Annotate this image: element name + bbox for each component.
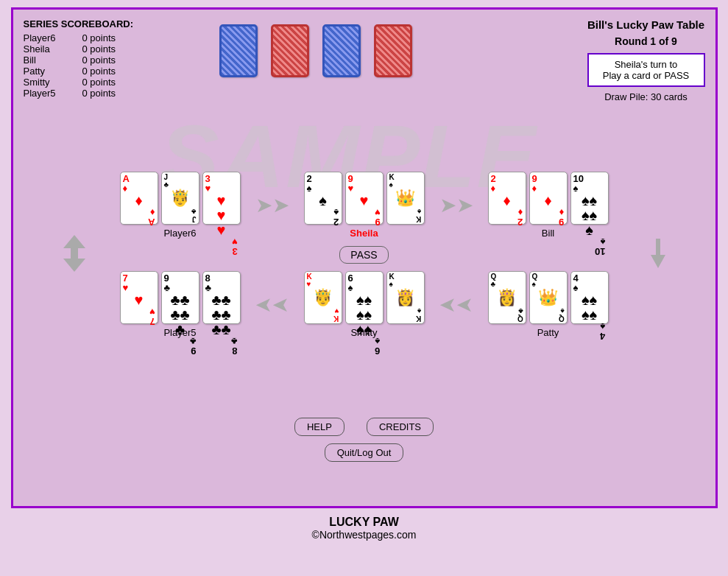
card-avatar-jc: 🤴 (164, 190, 197, 206)
player-group-bill: 2♦ ♦ 2♦ 9♦ ♦ 9♦ 10♠ ♠♠♠♠♠ 10♠ (488, 172, 609, 239)
round-info: Round 1 of 9 (587, 35, 705, 47)
card-center-2s: ♠ (307, 193, 339, 208)
card-player5-3[interactable]: 8♣ ♣♣♣♣♣♣ 8♣ (202, 271, 241, 324)
card-center-6s: ♠♠♠♠♠♠ (348, 292, 381, 337)
card-top-9c: 9♣ (164, 273, 171, 292)
card-top-jc: J♣ (164, 174, 197, 189)
card-player6-2[interactable]: J♣ 🤴 J♣ (161, 172, 199, 225)
card-smitty-3[interactable]: K♠ 👸 K♠ (386, 271, 425, 324)
card-patty-2[interactable]: Q♠ 👑 Q♠ (529, 271, 568, 324)
card-center-8c: ♣♣♣♣♣♣ (205, 292, 238, 337)
arrow-right-2: ➤➤ (439, 193, 473, 217)
card-top-8c: 8♣ (205, 273, 212, 292)
card-avatar-kh: 🤴 (307, 289, 339, 306)
svg-marker-1 (63, 248, 85, 272)
score-val-sheila: 0 points (82, 43, 127, 55)
card-bot-qs: Q♠ (559, 307, 565, 322)
card-bot-8c: 8♣ (231, 337, 238, 356)
table-title: Bill's Lucky Paw Table (587, 18, 705, 31)
card-smitty-1[interactable]: K♥ 🤴 K♥ (304, 271, 342, 324)
arrow-up-left (63, 235, 85, 275)
turn-message: Sheila's turn toPlay a card or PASS (587, 53, 705, 87)
card-sheila-2[interactable]: 9♥ ♥ 9♥ (345, 172, 384, 225)
smitty-cards: K♥ 🤴 K♥ 6♠ ♠♠♠♠♠♠ 6♠ K♠ 👸 K♠ (304, 271, 425, 324)
card-player6-1[interactable]: A♦ ♦ A♦ (120, 172, 158, 225)
help-button[interactable]: HELP (294, 418, 344, 436)
score-name-player6: Player6 (24, 32, 75, 43)
card-top-kh: K♥ (307, 273, 339, 288)
score-val-patty: 0 points (82, 66, 127, 77)
sheila-label: Sheila (350, 228, 378, 239)
card-bot-jc: J♣ (191, 208, 197, 222)
arrow-down-right (651, 239, 665, 271)
svg-marker-2 (651, 239, 665, 268)
card-bill-2[interactable]: 9♦ ♦ 9♦ (529, 172, 568, 225)
bill-cards: 2♦ ♦ 2♦ 9♦ ♦ 9♦ 10♠ ♠♠♠♠♠ 10♠ (488, 172, 609, 225)
player-group-patty: Q♣ 👸 Q♣ Q♠ 👑 Q♠ 4♠ ♠♠♠♠ 4♠ (488, 271, 609, 338)
bottom-player-row: 7♥ ♥ 7♥ 9♣ ♣♣♣♣♣ 9♣ 8♣ ♣♣♣♣♣♣ 8♣ (13, 271, 715, 338)
card-top-left: A♦ (123, 174, 130, 193)
quit-row: Quit/Log Out (325, 443, 404, 462)
score-name-patty: Patty (24, 66, 75, 77)
arrow-left-2: ➤➤ (439, 292, 473, 317)
card-bot-9d: 9♦ (559, 208, 564, 227)
card-top-6s: 6♠ (348, 273, 353, 292)
help-credits-row: HELP CREDITS (294, 418, 434, 436)
card-top-2s: 2♠ (307, 174, 312, 193)
score-val-player6: 0 points (82, 32, 127, 43)
player5-cards: 7♥ ♥ 7♥ 9♣ ♣♣♣♣♣ 9♣ 8♣ ♣♣♣♣♣♣ 8♣ (120, 271, 241, 324)
card-player5-2[interactable]: 9♣ ♣♣♣♣♣ 9♣ (161, 271, 199, 324)
scoreboard: SERIES SCOREBOARD: Player6 0 points Shei… (24, 18, 134, 99)
card-top-ks: K♠ (389, 174, 422, 189)
score-val-player5: 0 points (82, 88, 127, 99)
card-player5-1[interactable]: 7♥ ♥ 7♥ (120, 271, 158, 324)
card-back-4 (374, 24, 412, 77)
pass-button[interactable]: PASS (339, 246, 388, 264)
card-back-1 (219, 24, 258, 77)
card-bill-3[interactable]: 10♠ ♠♠♠♠♠ 10♠ (570, 172, 609, 225)
card-avatar-qs: 👑 (532, 289, 565, 306)
score-name-sheila: Sheila (24, 43, 75, 55)
card-player6-3[interactable]: 3♥ ♥♥♥ 3♥ (202, 172, 241, 225)
credits-button[interactable]: CREDITS (367, 418, 434, 436)
card-bot-2d: 2♦ (517, 208, 523, 227)
card-bot-qc: Q♣ (517, 307, 523, 322)
score-row-player5: Player5 0 points (24, 88, 134, 99)
player6-cards: A♦ ♦ A♦ J♣ 🤴 J♣ 3♥ ♥♥♥ 3♥ (120, 172, 241, 225)
card-top-qc: Q♣ (491, 273, 523, 288)
score-row-bill: Bill 0 points (24, 55, 134, 66)
card-center: ♦ (123, 193, 155, 208)
card-top-2d: 2♦ (491, 174, 496, 193)
card-top-3h: 3♥ (205, 174, 211, 193)
card-smitty-2[interactable]: 6♠ ♠♠♠♠♠♠ 6♠ (345, 271, 384, 324)
card-bot-9h: 9♥ (375, 208, 381, 227)
card-back-3 (322, 24, 361, 77)
patty-label: Patty (537, 327, 559, 338)
card-sheila-1[interactable]: 2♠ ♠ 2♠ (304, 172, 342, 225)
player-group-player6: A♦ ♦ A♦ J♣ 🤴 J♣ 3♥ ♥♥♥ 3♥ (120, 172, 241, 239)
card-patty-1[interactable]: Q♣ 👸 Q♣ (488, 271, 526, 324)
card-avatar-qc: 👸 (491, 289, 523, 306)
card-back-2 (271, 24, 309, 77)
deck-area (219, 24, 412, 77)
card-center-10s: ♠♠♠♠♠ (573, 193, 606, 237)
quit-button[interactable]: Quit/Log Out (325, 443, 404, 462)
score-val-smitty: 0 points (82, 77, 127, 88)
card-patty-3[interactable]: 4♠ ♠♠♠♠ 4♠ (570, 271, 609, 324)
footer: LUCKY PAW ©Northwestpages.com (312, 516, 417, 541)
play-area: A♦ ♦ A♦ J♣ 🤴 J♣ 3♥ ♥♥♥ 3♥ (13, 172, 715, 345)
score-row-smitty: Smitty 0 points (24, 77, 134, 88)
card-bot-ks: K♠ (416, 208, 421, 222)
arrow-right-1: ➤➤ (255, 193, 289, 217)
bottom-buttons: HELP CREDITS Quit/Log Out (13, 418, 715, 462)
card-bot-6s: 6♠ (375, 337, 380, 356)
card-bot-9c: 9♣ (190, 337, 197, 356)
card-top-qs: Q♠ (532, 273, 565, 288)
card-top-9h: 9♥ (348, 174, 354, 193)
card-bill-1[interactable]: 2♦ ♦ 2♦ (488, 172, 526, 225)
copyright: ©Northwestpages.com (312, 529, 417, 541)
card-sheila-3[interactable]: K♠ 👑 K♠ (386, 172, 425, 225)
scoreboard-title: SERIES SCOREBOARD: (24, 18, 134, 29)
card-bot-4s: 4♠ (600, 322, 605, 341)
game-board: SERIES SCOREBOARD: Player6 0 points Shei… (11, 7, 718, 508)
